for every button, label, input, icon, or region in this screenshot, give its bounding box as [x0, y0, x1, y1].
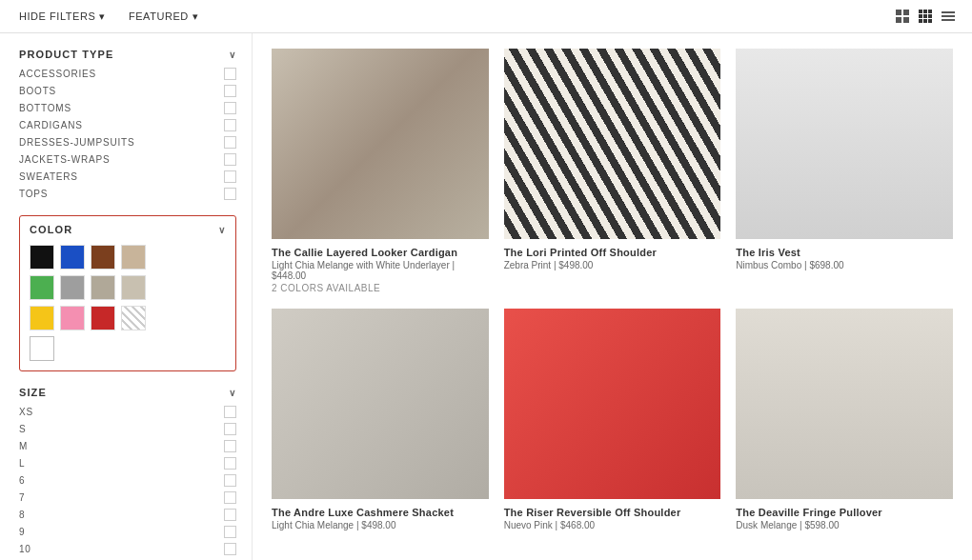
- top-bar: HIDE FILTERS ▾ FEATURED ▾: [0, 0, 972, 33]
- color-grid: [30, 245, 226, 361]
- size-s-checkbox[interactable]: [224, 423, 236, 435]
- filter-sweaters-checkbox[interactable]: [224, 170, 236, 183]
- product-type-section: PRODUCT TYPE ∨ ACCESSORIES BOOTS BOTTOMS…: [19, 49, 236, 200]
- color-section: COLOR ∨: [19, 215, 236, 371]
- size-label: SIZE: [19, 387, 47, 398]
- product-name-0: The Callie Layered Looker Cardigan: [272, 247, 489, 258]
- product-image-0: [272, 49, 489, 239]
- filter-item: 8: [19, 509, 236, 521]
- color-chevron: ∨: [218, 225, 226, 235]
- filter-item: JACKETS-WRAPS: [19, 153, 236, 166]
- size-9-checkbox[interactable]: [224, 526, 236, 538]
- filter-item: S: [19, 423, 236, 435]
- filter-boots-checkbox[interactable]: [224, 85, 236, 97]
- filter-accessories-label: ACCESSORIES: [19, 69, 96, 79]
- swatch-beige[interactable]: [121, 275, 146, 300]
- size-6-checkbox[interactable]: [224, 474, 236, 487]
- color-section-header[interactable]: COLOR ∨: [30, 224, 226, 235]
- product-card-4[interactable]: The Riser Reversible Off Shoulder Nuevo …: [504, 309, 721, 532]
- size-8-checkbox[interactable]: [224, 509, 236, 521]
- size-7-checkbox[interactable]: [224, 491, 236, 504]
- filter-item: TOPS: [19, 188, 236, 200]
- swatch-red[interactable]: [91, 306, 115, 330]
- product-name-5: The Deaville Fringe Pullover: [736, 507, 953, 518]
- grid-3-view-button[interactable]: [917, 8, 934, 25]
- product-image-5: [736, 309, 953, 499]
- size-l-checkbox[interactable]: [224, 457, 236, 470]
- swatch-brown[interactable]: [91, 245, 115, 270]
- filter-bottoms-checkbox[interactable]: [224, 102, 236, 114]
- filter-item: DRESSES-JUMPSUITS: [19, 136, 236, 149]
- size-header[interactable]: SIZE ∨: [19, 387, 236, 398]
- product-image-1: [504, 49, 721, 239]
- swatch-multi[interactable]: [121, 306, 146, 330]
- color-label: COLOR: [30, 224, 72, 235]
- filter-item: CARDIGANS: [19, 119, 236, 131]
- swatch-gray[interactable]: [60, 275, 85, 300]
- size-m-checkbox[interactable]: [224, 440, 236, 452]
- size-10-checkbox[interactable]: [224, 543, 236, 555]
- filter-item: 7: [19, 491, 236, 504]
- product-card-2[interactable]: The Iris Vest Nimbus Combo | $698.00: [736, 49, 953, 293]
- filter-accessories-checkbox[interactable]: [224, 68, 236, 80]
- size-6-label: 6: [19, 475, 25, 486]
- main-content: PRODUCT TYPE ∨ ACCESSORIES BOOTS BOTTOMS…: [0, 33, 972, 560]
- size-m-label: M: [19, 441, 28, 451]
- product-type-chevron: ∨: [229, 50, 236, 60]
- grid-2-view-button[interactable]: [894, 8, 911, 25]
- product-desc-1: Zebra Print | $498.00: [504, 260, 721, 270]
- size-l-label: L: [19, 458, 25, 469]
- size-s-label: S: [19, 424, 26, 434]
- filter-tops-checkbox[interactable]: [224, 188, 236, 200]
- product-desc-4: Nuevo Pink | $468.00: [504, 520, 721, 530]
- filter-boots-label: BOOTS: [19, 86, 56, 96]
- swatch-blue[interactable]: [60, 245, 85, 270]
- product-card-3[interactable]: The Andre Luxe Cashmere Shacket Light Ch…: [272, 309, 489, 532]
- top-bar-right: [894, 8, 957, 25]
- product-name-1: The Lori Printed Off Shoulder: [504, 247, 721, 258]
- product-area: The Callie Layered Looker Cardigan Light…: [253, 33, 972, 560]
- product-card-1[interactable]: The Lori Printed Off Shoulder Zebra Prin…: [504, 49, 721, 293]
- filter-bottoms-label: BOTTOMS: [19, 103, 71, 113]
- product-card-0[interactable]: The Callie Layered Looker Cardigan Light…: [272, 49, 489, 293]
- featured-button[interactable]: FEATURED ▾: [125, 9, 202, 25]
- filter-cardigans-label: CARDIGANS: [19, 120, 83, 130]
- product-card-5[interactable]: The Deaville Fringe Pullover Dusk Melang…: [736, 309, 953, 532]
- size-section: SIZE ∨ XS S M L: [19, 387, 236, 560]
- size-chevron: ∨: [229, 388, 236, 398]
- product-name-4: The Riser Reversible Off Shoulder: [504, 507, 721, 518]
- product-image-4: [504, 309, 721, 499]
- filter-item: M: [19, 440, 236, 452]
- filter-tops-label: TOPS: [19, 189, 48, 199]
- filter-jackets-label: JACKETS-WRAPS: [19, 154, 110, 165]
- size-10-label: 10: [19, 544, 31, 554]
- size-8-label: 8: [19, 510, 25, 520]
- size-xs-label: XS: [19, 407, 33, 417]
- filter-jackets-checkbox[interactable]: [224, 153, 236, 166]
- swatch-pink[interactable]: [60, 306, 85, 330]
- swatch-green[interactable]: [30, 275, 54, 300]
- size-xs-checkbox[interactable]: [224, 406, 236, 418]
- filter-dresses-label: DRESSES-JUMPSUITS: [19, 137, 134, 148]
- product-grid: The Callie Layered Looker Cardigan Light…: [262, 33, 962, 548]
- swatch-black[interactable]: [30, 245, 54, 270]
- filter-item: ACCESSORIES: [19, 68, 236, 80]
- filter-item: 10: [19, 543, 236, 555]
- swatch-tan[interactable]: [121, 245, 146, 270]
- filter-item: XS: [19, 406, 236, 418]
- filter-cardigans-checkbox[interactable]: [224, 119, 236, 131]
- product-desc-5: Dusk Melange | $598.00: [736, 520, 953, 530]
- swatch-white[interactable]: [30, 336, 54, 361]
- filter-dresses-checkbox[interactable]: [224, 136, 236, 149]
- product-type-label: PRODUCT TYPE: [19, 49, 113, 60]
- list-view-button[interactable]: [940, 8, 957, 25]
- product-type-header[interactable]: PRODUCT TYPE ∨: [19, 49, 236, 60]
- hide-filters-button[interactable]: HIDE FILTERS ▾: [15, 9, 110, 25]
- swatch-light-tan[interactable]: [91, 275, 115, 300]
- filter-item: SWEATERS: [19, 170, 236, 183]
- product-desc-3: Light Chia Melange | $498.00: [272, 520, 489, 530]
- product-desc-2: Nimbus Combo | $698.00: [736, 260, 953, 270]
- swatch-yellow[interactable]: [30, 306, 54, 330]
- filter-item: L: [19, 457, 236, 470]
- product-name-2: The Iris Vest: [736, 247, 953, 258]
